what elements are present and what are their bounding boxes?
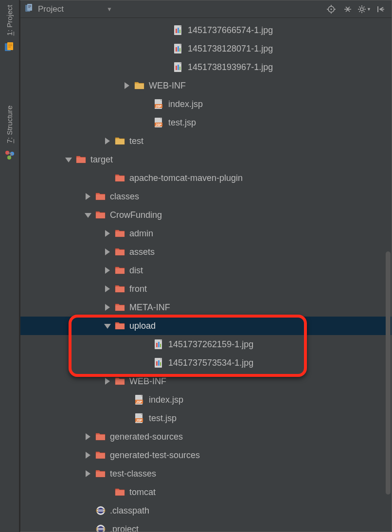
tree-node[interactable]: META-INF [20,298,392,317]
tree-node[interactable]: index.jsp [20,95,392,113]
settings-button[interactable]: ▼ [357,2,371,16]
tree-node[interactable]: .classpath [20,501,392,520]
tree-node[interactable]: classes [20,187,392,206]
folder-red-icon [76,154,87,165]
sidebar-icon-structure [4,149,16,161]
expand-arrow-icon[interactable] [64,155,73,164]
collapse-all-button[interactable] [341,2,355,16]
tree-node-label: upload [129,321,156,330]
folder-red-icon [115,320,125,331]
tree-node[interactable]: WEB-INF [20,76,392,95]
tree-node[interactable]: test [20,132,392,150]
sidebar-tab-project[interactable]: 1: Project [4,2,15,38]
svg-rect-12 [28,5,31,6]
arrow-placeholder [161,26,170,35]
sidebar-tab-structure[interactable]: 7: Structure [4,103,15,146]
tree-node-label: test-classes [110,469,156,478]
jsp-icon [134,413,145,424]
tree-node-label: CrowFunding [110,211,162,219]
arrow-placeholder [84,506,92,515]
tree-node-label: target [90,155,113,164]
tree-node-label: tomcat [129,488,156,497]
expand-arrow-icon[interactable] [103,284,112,293]
svg-rect-2 [8,44,12,45]
image-icon [154,339,164,350]
expand-arrow-icon[interactable] [103,303,112,312]
expand-arrow-icon[interactable] [84,469,92,478]
vertical-scrollbar[interactable] [386,251,391,495]
tree-node[interactable]: 1451738128071-1.jpg [20,39,392,58]
expand-arrow-icon[interactable] [84,432,92,441]
expand-arrow-icon[interactable] [103,266,112,275]
tree-node-label: generated-sources [110,432,183,441]
arrow-placeholder [142,340,151,349]
tree-node[interactable]: generated-sources [20,427,392,446]
folder-red-icon [95,450,106,461]
expand-arrow-icon[interactable] [123,81,131,90]
tree-node[interactable]: admin [20,224,392,243]
tree-node[interactable]: apache-tomcat-maven-plugin [20,169,392,187]
tree-node-label: WEB-INF [129,377,166,386]
tree-node-label: 1451737262159-1.jpg [168,340,253,349]
expand-arrow-icon[interactable] [103,377,112,386]
svg-point-22 [360,8,363,11]
tree-scroll-area[interactable]: 1451737666574-1.jpg1451738128071-1.jpg14… [20,18,392,532]
svg-line-30 [364,6,365,7]
svg-line-28 [364,11,365,12]
tree-node-label: WEB-INF [149,81,186,90]
tree-node[interactable]: test.jsp [20,113,392,132]
tree-node-label: dist [129,266,143,275]
view-mode-dropdown[interactable]: Project ▼ [24,3,112,15]
hide-button[interactable] [374,2,388,16]
tree-node-label: index.jsp [168,100,203,108]
tree-node[interactable]: test.jsp [20,409,392,427]
chevron-down-icon: ▼ [367,7,371,12]
expand-arrow-icon[interactable] [103,137,112,145]
tree-node[interactable]: test-classes [20,464,392,483]
svg-rect-4 [8,47,11,48]
arrow-placeholder [142,100,151,108]
arrow-placeholder [123,395,131,404]
expand-arrow-icon[interactable] [84,451,92,460]
image-icon [173,25,184,35]
tree-node[interactable]: dist [20,261,392,280]
jsp-icon [134,394,145,405]
tree-node[interactable]: target [20,150,392,169]
svg-rect-13 [28,6,31,7]
svg-line-27 [359,6,360,7]
tree-node-label: META-INF [129,303,170,312]
tree-node[interactable]: upload [20,317,392,335]
folder-red-icon [95,431,106,442]
expand-arrow-icon[interactable] [84,192,92,201]
tree-node[interactable]: 1451737666574-1.jpg [20,21,392,39]
folder-red-icon [95,191,106,202]
expand-arrow-icon[interactable] [103,321,112,330]
expand-arrow-icon[interactable] [103,248,112,256]
expand-arrow-icon[interactable] [103,229,112,238]
image-icon [173,43,184,54]
sidebar-tab-project-label: 1: Project [5,5,14,35]
tree-node-label: assets [129,248,155,256]
panel-title: Project [38,4,64,14]
tree-node[interactable]: tomcat [20,483,392,501]
tree-node[interactable]: index.jsp [20,390,392,409]
tree-node-label: 1451737666574-1.jpg [188,26,273,35]
svg-point-16 [331,8,332,10]
expand-arrow-icon[interactable] [84,211,92,219]
tree-node[interactable]: 1451738193967-1.jpg [20,58,392,76]
tree-node[interactable]: assets [20,243,392,261]
eclipse-icon [95,505,106,516]
tree-node[interactable]: 1451737573534-1.jpg [20,354,392,372]
tree-node-label: apache-tomcat-maven-plugin [129,174,243,182]
tree-node[interactable]: .project [20,520,392,532]
arrow-placeholder [123,414,131,423]
tree-node[interactable]: CrowFunding [20,206,392,224]
tree-node[interactable]: WEB-INF [20,372,392,390]
tree-node[interactable]: generated-test-sources [20,446,392,464]
project-view-icon [24,3,34,15]
tree-node[interactable]: 1451737262159-1.jpg [20,335,392,354]
tree-node-label: test.jsp [149,414,177,423]
tree-node[interactable]: front [20,280,392,298]
locate-button[interactable] [324,2,338,16]
folder-red-icon [115,247,125,257]
